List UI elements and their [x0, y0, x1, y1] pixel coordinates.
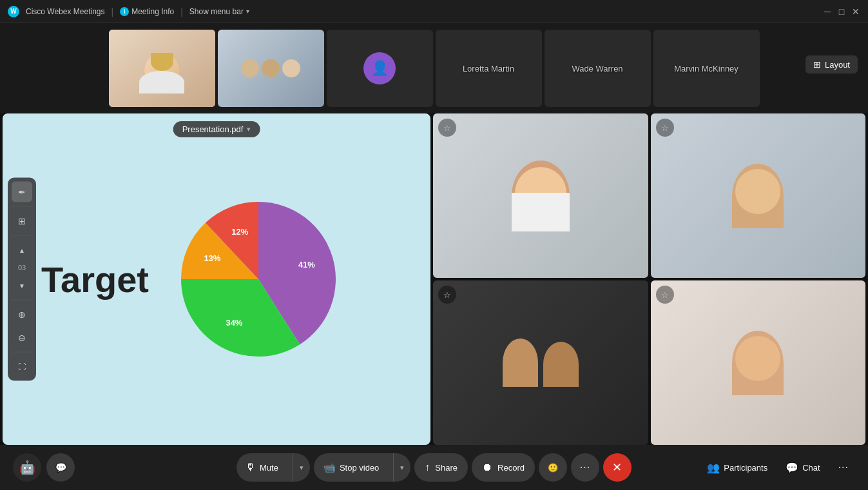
bottom-right-controls: 👥 Participants 💬 Chat ···: [700, 456, 855, 479]
mic-icon: 🎙: [246, 462, 256, 473]
layout-icon: ⊞: [813, 59, 821, 70]
video-tile-1: ☆: [433, 113, 648, 278]
left-toolbar: ✒ ⊞ ▲ 03 ▼ ⊕ ⊖ ⛶: [8, 178, 36, 381]
star-button-4[interactable]: ☆: [656, 286, 674, 304]
reactions-icon: 🙂: [548, 463, 558, 473]
more-icon: ···: [580, 462, 590, 473]
video-tile-4: ☆: [651, 280, 866, 445]
star-button-1[interactable]: ☆: [438, 119, 456, 137]
titlebar-divider2: |: [180, 6, 183, 17]
stop-video-btn-main[interactable]: 📹 Stop video: [314, 453, 388, 482]
reactions-button[interactable]: 🙂: [539, 453, 567, 482]
participant-thumb-1: 👩: [109, 30, 215, 107]
participant-thumb-4: Loretta Martin: [436, 30, 542, 107]
main-content: ✒ ⊞ ▲ 03 ▼ ⊕ ⊖ ⛶ Presentation.pdf ▾ Targ…: [0, 113, 868, 445]
participant-thumb-3: 👤: [327, 30, 433, 107]
close-button[interactable]: ✕: [851, 7, 860, 16]
svg-text:13%: 13%: [204, 253, 220, 263]
toolbar-divider-2: [12, 235, 32, 236]
show-menu-label: Show menu bar: [189, 7, 244, 16]
app-icon: W: [8, 6, 19, 17]
presentation-panel: ✒ ⊞ ▲ 03 ▼ ⊕ ⊖ ⛶ Presentation.pdf ▾ Targ…: [3, 113, 430, 445]
chevron-down-icon: ▾: [246, 8, 249, 15]
star-button-2[interactable]: ☆: [656, 119, 674, 137]
end-call-button[interactable]: ✕: [603, 453, 632, 482]
page-down-button[interactable]: ▼: [12, 275, 32, 296]
slide-inner: Target 41%34%13%12%: [41, 189, 392, 369]
svg-text:41%: 41%: [298, 260, 315, 270]
zoom-out-button[interactable]: ⊖: [12, 328, 32, 348]
titlebar: W Cisco Webex Meetings | i Meeting Info …: [0, 0, 868, 23]
participant-thumb-5: Wade Warren: [545, 30, 651, 107]
pie-chart: 41%34%13%12%: [168, 189, 349, 369]
bottom-bar: 🤖 💬 🎙 Mute ▾ 📹 Stop video ▾ ↑ Share ⏺ Re…: [0, 445, 868, 490]
chat-icon: 💬: [786, 462, 798, 474]
star-button-3[interactable]: ☆: [438, 286, 456, 304]
layout-button[interactable]: ⊞ Layout: [805, 55, 858, 74]
presentation-filename[interactable]: Presentation.pdf ▾: [173, 121, 260, 137]
video-caret[interactable]: ▾: [393, 453, 410, 482]
more-right-button[interactable]: ···: [832, 456, 855, 478]
app-name: Cisco Webex Meetings: [26, 7, 105, 16]
record-button[interactable]: ⏺ Record: [472, 453, 535, 482]
page-indicator: 03: [12, 263, 32, 273]
maximize-button[interactable]: □: [837, 7, 846, 16]
more-right-icon: ···: [838, 462, 849, 473]
ai-assistant-button[interactable]: 🤖: [13, 453, 41, 482]
meeting-info-label: Meeting Info: [131, 7, 174, 16]
mute-btn-main[interactable]: 🎙 Mute: [236, 453, 287, 482]
slide-content: Target 41%34%13%12%: [3, 113, 430, 445]
grid-tool-button[interactable]: ⊞: [12, 211, 32, 231]
video-grid: ☆ ☆ ☆: [433, 113, 865, 445]
end-call-icon: ✕: [612, 460, 622, 475]
participant-name-6: Marvin McKinney: [674, 64, 738, 74]
slide-title: Target: [41, 259, 149, 300]
caption-button[interactable]: 💬: [46, 453, 75, 482]
share-icon: ↑: [425, 462, 430, 473]
window-controls: ─ □ ✕: [823, 7, 860, 16]
avatar-circle-3: 👤: [363, 52, 396, 84]
participant-name-4: Loretta Martin: [463, 64, 514, 74]
participant-name-5: Wade Warren: [572, 64, 622, 74]
participants-icon: 👥: [707, 462, 720, 474]
minimize-button[interactable]: ─: [823, 7, 832, 16]
fullscreen-button[interactable]: ⛶: [12, 357, 32, 377]
toolbar-divider-4: [12, 352, 32, 353]
show-menu-button[interactable]: Show menu bar ▾: [189, 7, 249, 16]
info-dot-icon: i: [120, 7, 129, 16]
toolbar-divider-1: [12, 206, 32, 207]
titlebar-divider1: |: [111, 6, 114, 17]
video-tile-3: ☆: [433, 280, 648, 445]
more-options-button[interactable]: ···: [571, 453, 599, 482]
meeting-info-button[interactable]: i Meeting Info: [120, 7, 174, 16]
chat-button[interactable]: 💬 Chat: [779, 456, 826, 479]
participants-strip: ⊞ Layout 👩: [0, 23, 868, 113]
svg-text:34%: 34%: [226, 318, 242, 328]
participant-thumb-2: [218, 30, 324, 107]
filename-chevron-icon: ▾: [247, 125, 251, 133]
page-up-button[interactable]: ▲: [12, 240, 32, 260]
stop-video-button[interactable]: 📹 Stop video ▾: [314, 453, 410, 482]
record-icon: ⏺: [482, 462, 492, 473]
bottom-left-controls: 🤖 💬: [13, 453, 75, 482]
share-button[interactable]: ↑ Share: [414, 453, 468, 482]
toolbar-divider-3: [12, 300, 32, 300]
participant-thumb-6: Marvin McKinney: [653, 30, 760, 107]
video-icon: 📹: [323, 462, 336, 474]
svg-text:12%: 12%: [231, 227, 248, 237]
pen-tool-button[interactable]: ✒: [12, 182, 32, 202]
participants-button[interactable]: 👥 Participants: [700, 456, 774, 479]
mute-button[interactable]: 🎙 Mute ▾: [236, 453, 310, 482]
zoom-in-button[interactable]: ⊕: [12, 304, 32, 325]
filename-text: Presentation.pdf: [182, 124, 244, 134]
video-tile-2: ☆: [651, 113, 866, 278]
mute-caret[interactable]: ▾: [293, 453, 310, 482]
